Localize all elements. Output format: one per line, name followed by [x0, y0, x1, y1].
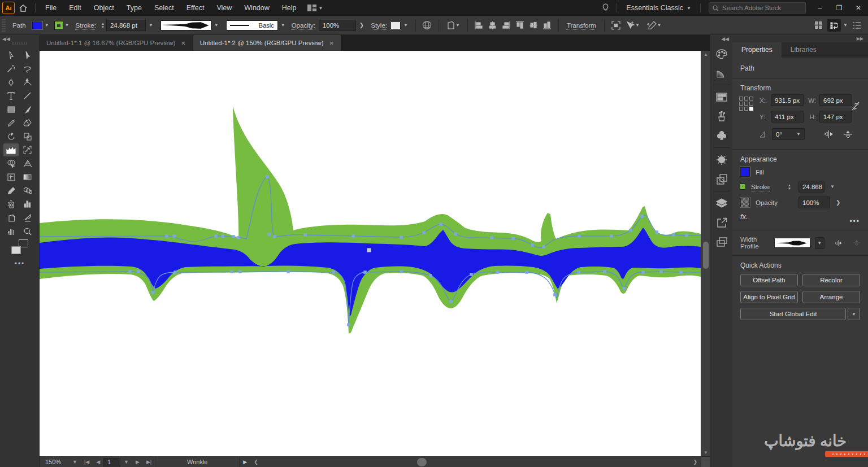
document-setup-globe-icon[interactable] [420, 19, 434, 32]
close-tab-icon[interactable]: ✕ [329, 40, 333, 46]
fill-color-control[interactable]: ▼ [32, 21, 49, 29]
home-icon[interactable] [15, 0, 32, 16]
status-tool-indicator[interactable]: Wrinkle [155, 457, 240, 467]
vertical-scrollbar[interactable]: ▲ ▼ [701, 51, 710, 456]
flip-along-icon[interactable] [835, 239, 842, 247]
flip-vertical-icon[interactable] [844, 130, 852, 138]
opacity-panel-arrow[interactable]: ❯ [359, 22, 364, 28]
opacity-field[interactable]: 100% [798, 197, 830, 208]
previous-artboard-icon[interactable]: ◀ [93, 459, 103, 465]
fill-swatch[interactable] [740, 167, 750, 177]
collapse-panel-icon[interactable]: ▶▶ [857, 36, 863, 41]
artboard-list-chevron[interactable]: ▼ [120, 459, 132, 465]
blend-tool[interactable] [20, 184, 35, 197]
opacity-label[interactable]: Opacity [756, 199, 785, 206]
align-horizontal-left-icon[interactable] [472, 19, 486, 32]
wrinkle-tool[interactable] [3, 143, 19, 156]
h-field[interactable]: 147 px [819, 111, 852, 123]
fill-stroke-indicator[interactable] [11, 239, 28, 254]
align-vertical-bottom-icon[interactable] [540, 19, 554, 32]
style-label[interactable]: Style: [371, 22, 387, 29]
chevron-down-icon[interactable]: ▼ [830, 184, 835, 189]
expand-panels-icon[interactable]: ◀◀ [721, 36, 729, 42]
brush-definition-dropdown[interactable]: Basic [226, 20, 278, 30]
symbols-panel-icon[interactable] [710, 126, 733, 145]
artboard-number-field[interactable]: 1 [103, 458, 120, 466]
scroll-down-icon[interactable]: ▼ [701, 450, 710, 455]
workspace-grid-icon[interactable] [811, 19, 825, 32]
scroll-right-icon[interactable]: ❯ [689, 459, 701, 465]
align-horizontal-right-icon[interactable] [500, 19, 513, 32]
stroke-weight-field[interactable]: 24.868 [798, 181, 824, 193]
width-profile-chevron[interactable]: ▼ [815, 237, 824, 249]
discover-icon[interactable] [597, 3, 613, 13]
scale-tool[interactable] [20, 130, 35, 143]
shape-builder-tool[interactable] [3, 157, 19, 170]
menu-type[interactable]: Type [120, 0, 148, 16]
zoom-level-chevron[interactable]: ▼ [69, 459, 81, 465]
column-graph-tool[interactable] [20, 198, 35, 211]
chevron-down-icon[interactable]: ▼ [843, 23, 848, 28]
restore-button[interactable]: ❐ [830, 0, 849, 16]
align-to-pixel-grid-button[interactable]: Align to Pixel Grid [740, 291, 798, 303]
curvature-tool[interactable] [20, 76, 35, 89]
menu-object[interactable]: Object [88, 0, 120, 16]
menu-view[interactable]: View [210, 0, 238, 16]
artboard-canvas[interactable] [40, 51, 701, 456]
pen-tool[interactable] [3, 76, 19, 89]
next-artboard-icon[interactable]: ▶ [132, 459, 143, 465]
y-field[interactable]: 411 px [771, 111, 804, 123]
eraser-tool[interactable] [20, 116, 35, 129]
stroke-swatch[interactable] [55, 21, 63, 29]
align-horizontal-center-icon[interactable] [486, 19, 500, 32]
variable-width-profile-dropdown[interactable] [160, 20, 211, 30]
appearance-panel-icon[interactable] [710, 150, 733, 169]
w-field[interactable]: 692 px [819, 94, 852, 106]
menu-help[interactable]: Help [276, 0, 303, 16]
menu-effect[interactable]: Effect [180, 0, 211, 16]
arrange-button[interactable]: Arrange [802, 291, 860, 303]
select-similar-objects-icon[interactable]: ▼ [623, 19, 643, 32]
zoom-level[interactable]: 150% [40, 459, 69, 465]
transparency-panel-icon[interactable] [710, 169, 733, 189]
opacity-label[interactable]: Opacity: [292, 22, 315, 29]
transform-link[interactable]: Transform [567, 22, 596, 29]
x-field[interactable]: 931.5 px [771, 94, 804, 106]
chevron-down-icon[interactable]: ▼ [281, 23, 285, 28]
document-tab-1[interactable]: Untitled-1*:1 @ 16.67% (RGB/GPU Preview)… [40, 35, 193, 51]
zoom-tool[interactable] [20, 225, 35, 238]
controlbar-grip[interactable] [2, 19, 6, 32]
constrain-proportions-icon[interactable] [851, 101, 860, 113]
layers-panel-icon[interactable] [710, 194, 733, 213]
close-tab-icon[interactable]: ✕ [181, 40, 185, 46]
fill-label[interactable]: Fill [756, 169, 764, 176]
stroke-color-control[interactable]: ▼ [55, 21, 70, 29]
adobe-stock-search[interactable]: Search Adobe Stock [709, 2, 806, 14]
status-play-icon[interactable]: ▶ [240, 459, 250, 465]
gradient-panel-icon[interactable] [710, 63, 733, 82]
magic-wand-tool[interactable] [3, 62, 19, 75]
start-global-edit-button[interactable]: Start Global Edit [740, 308, 846, 320]
rotation-angle-select[interactable]: 0° ▼ [772, 128, 805, 140]
color-panel-icon[interactable] [710, 44, 733, 63]
fx-button[interactable]: fx. [740, 212, 860, 221]
hand-tool[interactable] [3, 225, 19, 238]
menu-select[interactable]: Select [148, 0, 180, 16]
artboard-tool[interactable] [3, 211, 19, 224]
stroke-weight-stepper[interactable]: ▲▼ [99, 20, 106, 31]
free-transform-tool[interactable] [20, 143, 35, 156]
flip-across-icon[interactable] [853, 239, 860, 247]
chevron-down-icon[interactable]: ▼ [214, 23, 219, 28]
tab-libraries[interactable]: Libraries [782, 42, 826, 58]
opacity-panel-arrow[interactable]: ❯ [836, 199, 840, 206]
tab-properties[interactable]: Properties [732, 42, 782, 58]
horizontal-scroll-thumb[interactable] [417, 458, 427, 466]
offset-path-button[interactable]: Offset Path [740, 274, 798, 286]
eyedropper-tool[interactable] [3, 184, 19, 197]
opacity-swatch[interactable] [740, 198, 750, 207]
recolor-artwork-icon[interactable]: ▼ [643, 19, 666, 32]
slice-tool[interactable] [20, 211, 35, 224]
paintbrush-tool[interactable] [20, 103, 35, 116]
menu-edit[interactable]: Edit [63, 0, 88, 16]
artboards-panel-icon[interactable] [710, 232, 733, 251]
